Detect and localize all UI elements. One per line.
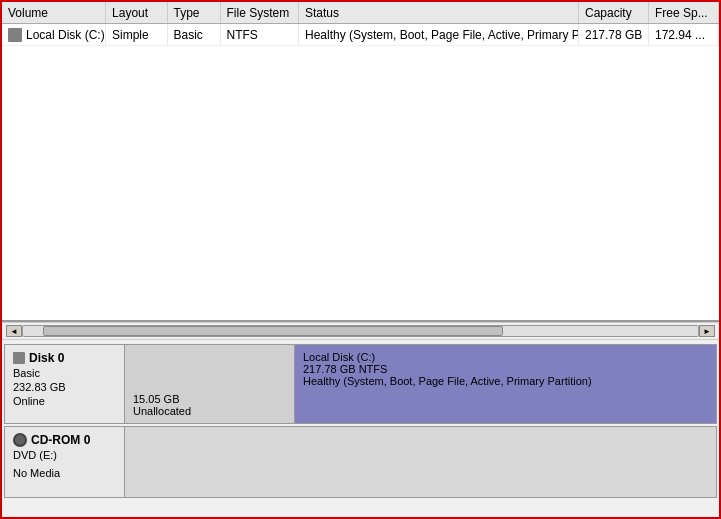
freespace-value: 172.94 ... bbox=[655, 28, 705, 42]
disk-0-main-partition[interactable]: Local Disk (C:) 217.78 GB NTFS Healthy (… bbox=[295, 345, 716, 423]
type-header-label: Type bbox=[174, 6, 200, 20]
capacity-header-label: Capacity bbox=[585, 6, 632, 20]
cdrom-0-label: CD-ROM 0 DVD (E:) No Media bbox=[5, 427, 125, 497]
cell-filesystem: NTFS bbox=[221, 24, 300, 45]
cell-layout: Simple bbox=[106, 24, 167, 45]
cell-volume: Local Disk (C:) bbox=[2, 24, 106, 45]
volume-header-label: Volume bbox=[8, 6, 48, 20]
status-value: Healthy (System, Boot, Page File, Active… bbox=[305, 28, 579, 42]
col-header-volume[interactable]: Volume bbox=[2, 2, 106, 23]
volume-table-panel: Volume Layout Type File System Status Ca… bbox=[2, 2, 719, 322]
col-header-filesystem[interactable]: File System bbox=[221, 2, 300, 23]
scroll-left-button[interactable]: ◄ bbox=[6, 325, 22, 337]
layout-header-label: Layout bbox=[112, 6, 148, 20]
table-header: Volume Layout Type File System Status Ca… bbox=[2, 2, 719, 24]
disk-0-partitions: 15.05 GB Unallocated Local Disk (C:) 217… bbox=[125, 345, 716, 423]
scrollbar-thumb[interactable] bbox=[43, 326, 503, 336]
main-partition-size: 217.78 GB NTFS bbox=[303, 363, 708, 375]
cell-type: Basic bbox=[168, 24, 221, 45]
disk-0-status: Online bbox=[13, 395, 116, 407]
unallocated-label: Unallocated bbox=[133, 405, 286, 417]
disk-0-name-row: Disk 0 bbox=[13, 351, 116, 365]
col-header-type[interactable]: Type bbox=[168, 2, 221, 23]
disk-0-size: 232.83 GB bbox=[13, 381, 116, 393]
disk-0-row: Disk 0 Basic 232.83 GB Online 15.05 GB U… bbox=[4, 344, 717, 424]
disk-0-name: Disk 0 bbox=[29, 351, 64, 365]
cdrom-name-row: CD-ROM 0 bbox=[13, 433, 116, 447]
type-value: Basic bbox=[174, 28, 203, 42]
volume-value: Local Disk (C:) bbox=[26, 28, 105, 42]
disk-0-label: Disk 0 Basic 232.83 GB Online bbox=[5, 345, 125, 423]
cdrom-0-row: CD-ROM 0 DVD (E:) No Media bbox=[4, 426, 717, 498]
table-row[interactable]: Local Disk (C:) Simple Basic NTFS Health… bbox=[2, 24, 719, 46]
disk-map-panel: Disk 0 Basic 232.83 GB Online 15.05 GB U… bbox=[2, 340, 719, 515]
cdrom-name: CD-ROM 0 bbox=[31, 433, 90, 447]
cell-freespace: 172.94 ... bbox=[649, 24, 719, 45]
disk-0-icon bbox=[13, 352, 25, 364]
col-header-status[interactable]: Status bbox=[299, 2, 579, 23]
cdrom-content-area bbox=[125, 427, 716, 497]
disk-icon bbox=[8, 28, 22, 42]
scrollbar-track[interactable] bbox=[22, 325, 699, 337]
horizontal-scrollbar[interactable]: ◄ ► bbox=[2, 322, 719, 340]
cell-capacity: 217.78 GB bbox=[579, 24, 649, 45]
disk-0-type: Basic bbox=[13, 367, 116, 379]
cdrom-status: No Media bbox=[13, 467, 116, 479]
status-header-label: Status bbox=[305, 6, 339, 20]
filesystem-header-label: File System bbox=[227, 6, 290, 20]
unallocated-size: 15.05 GB bbox=[133, 393, 286, 405]
col-header-capacity[interactable]: Capacity bbox=[579, 2, 649, 23]
disk-0-unallocated-partition[interactable]: 15.05 GB Unallocated bbox=[125, 345, 295, 423]
capacity-value: 217.78 GB bbox=[585, 28, 642, 42]
layout-value: Simple bbox=[112, 28, 149, 42]
main-partition-label: Local Disk (C:) bbox=[303, 351, 708, 363]
cdrom-icon bbox=[13, 433, 27, 447]
cell-status: Healthy (System, Boot, Page File, Active… bbox=[299, 24, 579, 45]
cdrom-drive: DVD (E:) bbox=[13, 449, 116, 461]
col-header-freespace[interactable]: Free Sp... bbox=[649, 2, 719, 23]
col-header-layout[interactable]: Layout bbox=[106, 2, 167, 23]
main-partition-status: Healthy (System, Boot, Page File, Active… bbox=[303, 375, 708, 387]
freespace-header-label: Free Sp... bbox=[655, 6, 708, 20]
scroll-right-button[interactable]: ► bbox=[699, 325, 715, 337]
filesystem-value: NTFS bbox=[227, 28, 258, 42]
